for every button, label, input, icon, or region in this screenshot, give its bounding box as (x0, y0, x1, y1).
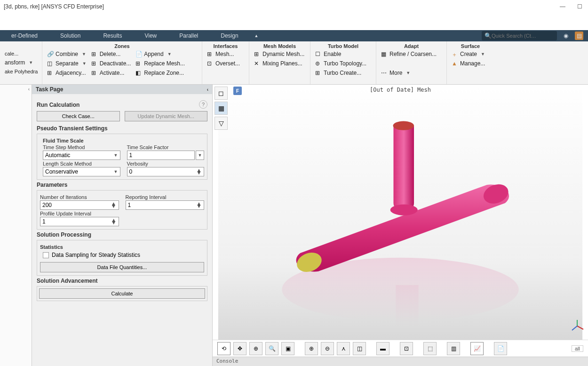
ribbon-group-mesh-display: cale... ansform▼ ake Polyhedra (0, 41, 42, 84)
menu-results[interactable]: Results (92, 30, 133, 41)
vp-zoom-icon[interactable]: ⊕ (249, 342, 262, 355)
rb-turbo-topology[interactable]: ⊚Turbo Topology... (313, 59, 373, 68)
task-page-header: Task Page ‹ (32, 85, 212, 94)
menu-user-defined[interactable]: er-Defined (0, 30, 49, 41)
window-title: [3d, pbns, rke] [ANSYS CFD Enterprise] (4, 3, 104, 10)
rb-scale[interactable]: cale... (3, 50, 39, 57)
menu-expand-icon[interactable]: ▲ (254, 33, 259, 38)
console-panel[interactable]: Console (213, 357, 588, 366)
data-sampling-label: Data Sampling for Steady Statistics (52, 252, 140, 258)
rb-refine-coarsen[interactable]: ▦Refine / Coarsen... (379, 50, 444, 58)
rb-activate[interactable]: ⊞Activate... (89, 69, 133, 77)
ribbon-group-mesh-models: Mesh Models ⊞Dynamic Mesh... ✕Mixing Pla… (249, 41, 310, 84)
ribbon-group-surface: Surface ＋Create▼ ▲Manage... (447, 41, 494, 84)
check-case-button[interactable]: Check Case... (37, 111, 120, 121)
rb-transform[interactable]: ansform▼ (3, 58, 39, 67)
solution-advancement-heading: Solution Advancement (37, 278, 207, 284)
menu-solution[interactable]: Solution (49, 30, 92, 41)
data-file-quantities-button[interactable]: Data File Quantities... (40, 262, 204, 272)
viewport-tab[interactable]: F (233, 87, 242, 95)
time-step-method-select[interactable]: Automatic▼ (43, 151, 120, 160)
data-sampling-checkbox-row[interactable]: Data Sampling for Steady Statistics (40, 252, 204, 258)
vp-mode-1[interactable]: ◻ (215, 87, 228, 100)
rb-mesh-interface[interactable]: ⊞Mesh... (205, 50, 246, 58)
vp-shade-icon[interactable]: ▬ (376, 342, 389, 355)
triad-icon (570, 319, 584, 333)
rb-adjacency[interactable]: ⊞Adjacency... (45, 69, 88, 77)
rb-deactivate[interactable]: ⊞Deactivate... (89, 59, 133, 68)
vp-zoom-box-icon[interactable]: 🔍 (265, 342, 278, 355)
vp-report-icon[interactable]: 📄 (494, 342, 507, 355)
maximize-button[interactable]: ☐ (575, 2, 584, 11)
viewport-toolbar-left: ◻ ▦ ▽ (215, 87, 228, 130)
vp-plot-icon[interactable]: 📈 (470, 342, 484, 355)
length-scale-method-label: Length Scale Method (43, 161, 120, 167)
rb-separate[interactable]: ◫Separate▼ (45, 59, 88, 68)
time-scale-factor-dropdown[interactable]: ▼ (196, 151, 204, 160)
rb-overset[interactable]: ⊡Overset... (205, 59, 246, 68)
time-step-method-label: Time Step Method (43, 144, 120, 150)
rb-replace-zone[interactable]: ◧Replace Zone... (134, 69, 187, 77)
rb-turbo-enable[interactable]: ☐Enable (313, 50, 373, 58)
profile-update-input[interactable]: 1 ▲▼ (40, 217, 119, 226)
rb-append[interactable]: 📄Append▼ (134, 50, 187, 58)
num-iterations-input[interactable]: 200 ▲▼ (40, 200, 119, 210)
task-page: Task Page ‹ Run Calculation ? Check Case… (32, 85, 213, 366)
ribbon-group-zones: Zones 🔗Combine▼ ◫Separate▼ ⊞Adjacency...… (42, 41, 202, 84)
vp-zoom-out-icon[interactable]: ⊖ (321, 342, 334, 355)
rb-surface-manage[interactable]: ▲Manage... (450, 59, 491, 68)
vp-perspective-icon[interactable]: ⬚ (423, 342, 437, 355)
content-area: ‹ Task Page ‹ Run Calculation ? Check Ca… (0, 85, 588, 366)
help-button[interactable]: ? (199, 100, 207, 109)
time-scale-factor-input[interactable]: 1 (127, 151, 195, 160)
vp-view-icon[interactable]: ◫ (353, 342, 366, 355)
rb-mixing-planes[interactable]: ✕Mixing Planes... (252, 59, 307, 68)
parameters-heading: Parameters (37, 182, 207, 188)
reporting-interval-input[interactable]: 1 ▲▼ (126, 200, 205, 210)
rb-turbo-create[interactable]: ⊞Turbo Create... (313, 69, 373, 77)
3d-viewport[interactable] (213, 85, 588, 340)
vp-axes-icon[interactable]: ⋏ (337, 342, 350, 355)
vp-all-label[interactable]: all (572, 345, 583, 352)
rb-replace-mesh[interactable]: ⊞Replace Mesh... (134, 59, 187, 68)
length-scale-method-select[interactable]: Conservative▼ (43, 167, 120, 176)
vp-zoom-in-icon[interactable]: ⊕ (305, 342, 318, 355)
help-icon[interactable]: ◉ (562, 32, 570, 40)
viewport-header: [Out of Date] Mesh (370, 87, 431, 93)
rb-delete[interactable]: ⊞Delete... (89, 50, 133, 58)
task-page-collapse-icon[interactable]: ‹ (207, 87, 208, 92)
vp-fit-icon[interactable]: ▣ (281, 342, 294, 355)
rb-combine[interactable]: 🔗Combine▼ (45, 50, 88, 58)
svg-point-5 (393, 121, 414, 130)
calculate-button[interactable]: Calculate (39, 288, 205, 299)
pseudo-transient-heading: Pseudo Transient Settings (37, 125, 207, 132)
run-calculation-title: Run Calculation (37, 102, 79, 108)
vp-mode-2[interactable]: ▦ (215, 102, 228, 115)
rb-surface-create[interactable]: ＋Create▼ (450, 50, 491, 58)
data-sampling-checkbox[interactable] (43, 252, 49, 258)
minimize-button[interactable]: — (558, 2, 567, 11)
update-dynamic-mesh-button[interactable]: Update Dynamic Mesh... (125, 111, 208, 121)
rb-adapt-more[interactable]: ⋯More▼ (379, 69, 444, 77)
viewport-bottom-toolbar: ⟲ ✥ ⊕ 🔍 ▣ ⊕ ⊖ ⋏ ◫ ▬ ⊡ ⬚ ▥ 📈 📄 all (213, 340, 588, 357)
ribbon-group-adapt: Adapt ▦Refine / Coarsen... ⋯More▼ (376, 41, 447, 84)
vp-display-icon[interactable]: ⊡ (400, 342, 413, 355)
rb-make-polyhedra[interactable]: ake Polyhedra (3, 68, 39, 75)
svg-rect-2 (396, 285, 418, 326)
menu-parallel[interactable]: Parallel (168, 30, 209, 41)
vp-mode-3[interactable]: ▽ (215, 117, 228, 130)
settings-icon[interactable]: ▤ (575, 32, 583, 40)
quick-search-box[interactable]: 🔍 (482, 31, 557, 40)
fluid-time-scale-heading: Fluid Time Scale (43, 138, 204, 143)
menu-design[interactable]: Design (209, 30, 249, 41)
outline-collapse-icon[interactable]: ‹ (28, 87, 30, 92)
menu-view[interactable]: View (133, 30, 168, 41)
verbosity-input[interactable]: 0 ▲▼ (127, 167, 205, 176)
vp-orbit-icon[interactable]: ⟲ (217, 342, 230, 355)
vp-pan-icon[interactable]: ✥ (233, 342, 246, 355)
outline-collapsed[interactable]: ‹ (0, 85, 32, 366)
search-icon: 🔍 (485, 32, 492, 39)
quick-search-input[interactable] (492, 33, 554, 39)
rb-dynamic-mesh[interactable]: ⊞Dynamic Mesh... (252, 50, 307, 58)
vp-layout-icon[interactable]: ▥ (447, 342, 460, 355)
